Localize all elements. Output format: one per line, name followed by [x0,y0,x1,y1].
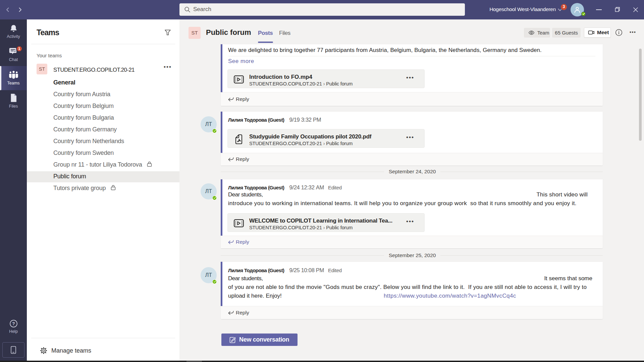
svg-text:?: ? [12,321,15,326]
